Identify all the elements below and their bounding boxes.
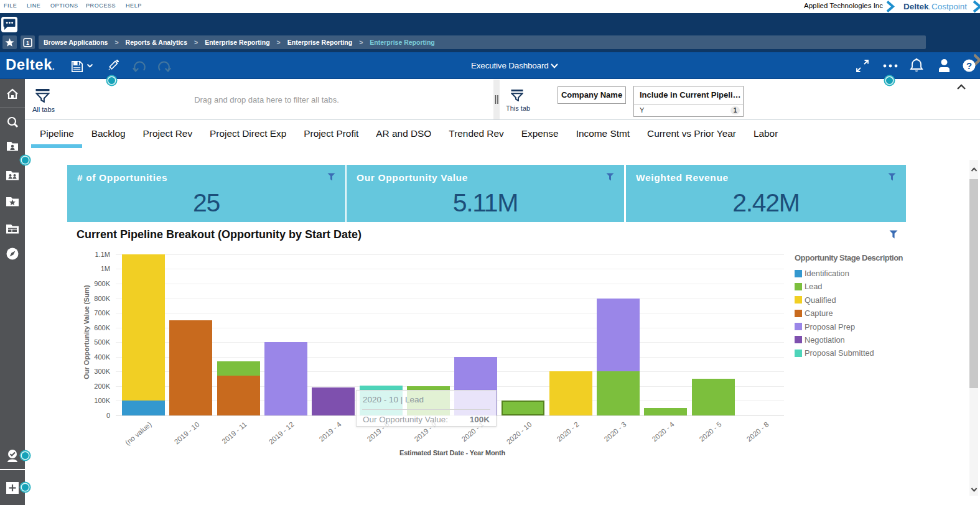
svg-text:?: ? (966, 60, 972, 71)
svg-text:1: 1 (26, 40, 29, 46)
